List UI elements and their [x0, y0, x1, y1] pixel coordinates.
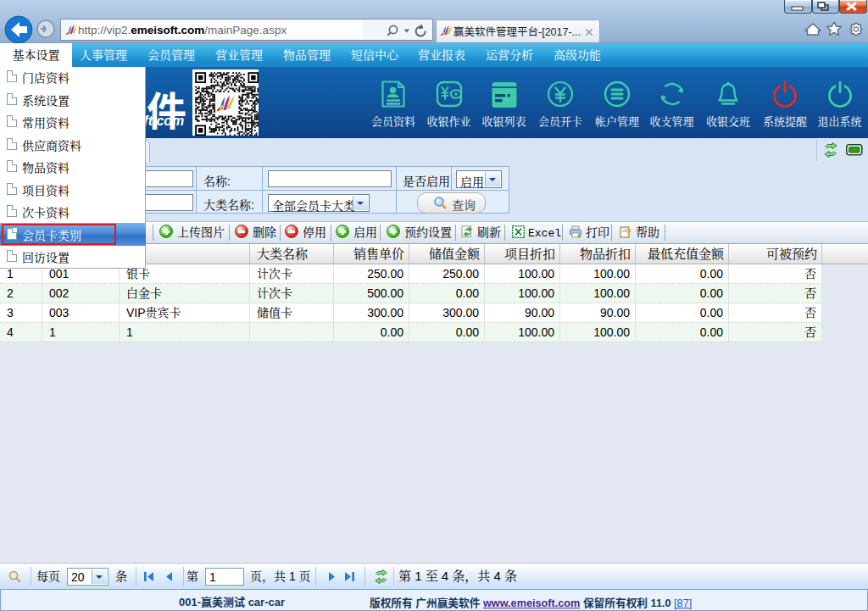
svg-text:?: ? — [626, 227, 632, 237]
